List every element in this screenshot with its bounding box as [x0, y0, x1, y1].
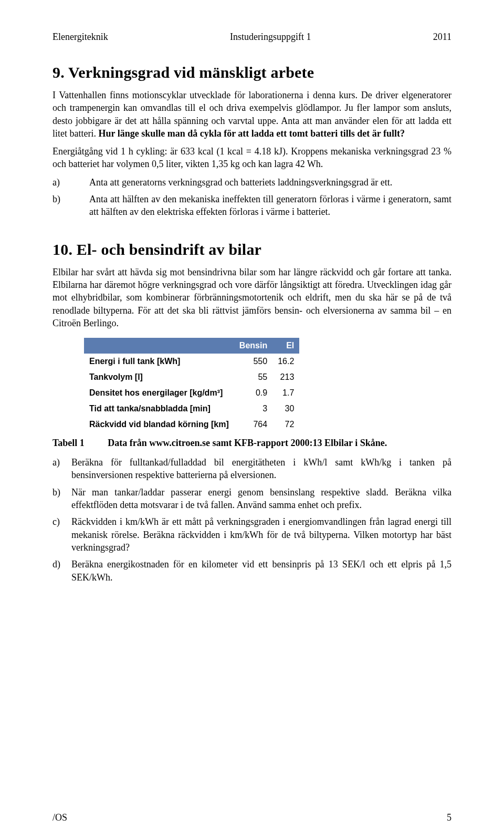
list-item-marker: a)	[52, 456, 71, 482]
footer-left: /OS	[52, 812, 67, 823]
header-center: Instuderingsuppgift 1	[230, 32, 311, 43]
footer-page-number: 5	[447, 812, 452, 823]
data-table-wrap: Bensin El Energi i full tank [kWh] 550 1…	[84, 338, 452, 432]
table-cell: 0.9	[234, 385, 272, 401]
list-item-marker: c)	[52, 515, 71, 554]
table-cell: 3	[234, 401, 272, 417]
page-header: Elenergiteknik Instuderingsuppgift 1 201…	[52, 32, 452, 43]
section-9-p1-question: Hur länge skulle man då cykla för att la…	[98, 128, 404, 139]
table-row: Densitet hos energilager [kg/dm³] 0.9 1.…	[84, 385, 299, 401]
section-10-list: a) Beräkna för fulltankad/fulladdad bil …	[52, 456, 452, 584]
list-item: b) När man tankar/laddar passerar energi…	[52, 486, 452, 512]
section-10-paragraph-1: Elbilar har svårt att hävda sig mot bens…	[52, 266, 452, 329]
page: Elenergiteknik Instuderingsuppgift 1 201…	[0, 0, 504, 839]
table-header-bensin: Bensin	[234, 338, 272, 354]
list-item: a) Anta att generatorns verkningsgrad oc…	[52, 176, 452, 189]
header-left: Elenergiteknik	[52, 32, 108, 43]
list-item-marker: b)	[52, 486, 71, 512]
list-item: b) Anta att hälften av den mekaniska ine…	[52, 193, 452, 219]
list-item-marker: d)	[52, 558, 71, 584]
list-item-marker: b)	[52, 193, 89, 219]
table-row-label: Tid att tanka/snabbladda [min]	[84, 401, 234, 417]
header-right: 2011	[433, 32, 452, 43]
table-cell: 213	[272, 369, 299, 385]
section-9-list: a) Anta att generatorns verkningsgrad oc…	[52, 176, 452, 219]
table-cell: 72	[272, 417, 299, 432]
section-10-title: 10. El- och bensindrift av bilar	[52, 241, 452, 258]
table-row: Räckvidd vid blandad körning [km] 764 72	[84, 417, 299, 432]
data-table: Bensin El Energi i full tank [kWh] 550 1…	[84, 338, 299, 432]
list-item-marker: a)	[52, 176, 89, 189]
table-row: Tankvolym [l] 55 213	[84, 369, 299, 385]
list-item-text: När man tankar/laddar passerar energi ge…	[71, 486, 452, 512]
list-item-text: Beräkna energikostnaden för en kilometer…	[71, 558, 452, 584]
table-row-label: Densitet hos energilager [kg/dm³]	[84, 385, 234, 401]
table-cell: 55	[234, 369, 272, 385]
table-header-el: El	[272, 338, 299, 354]
table-cell: 16.2	[272, 354, 299, 369]
section-9-paragraph-2: Energiåtgång vid 1 h cykling: är 633 kca…	[52, 145, 452, 171]
table-row: Tid att tanka/snabbladda [min] 3 30	[84, 401, 299, 417]
table-cell: 550	[234, 354, 272, 369]
table-cell: 1.7	[272, 385, 299, 401]
list-item: a) Beräkna för fulltankad/fulladdad bil …	[52, 456, 452, 482]
table-cell: 764	[234, 417, 272, 432]
list-item-text: Beräkna för fulltankad/fulladdad bil ene…	[71, 456, 452, 482]
list-item-text: Anta att generatorns verkningsgrad och b…	[89, 176, 452, 189]
section-9-title: 9. Verkningsgrad vid mänskligt arbete	[52, 64, 452, 81]
table-cell: 30	[272, 401, 299, 417]
list-item-text: Anta att hälften av den mekaniska ineffe…	[89, 193, 452, 219]
table-header-blank	[84, 338, 234, 354]
list-item: d) Beräkna energikostnaden för en kilome…	[52, 558, 452, 584]
table-row-label: Tankvolym [l]	[84, 369, 234, 385]
page-footer: /OS 5	[52, 812, 452, 823]
table-header-row: Bensin El	[84, 338, 299, 354]
list-item: c) Räckvidden i km/kWh är ett mått på ve…	[52, 515, 452, 554]
table-row-label: Energi i full tank [kWh]	[84, 354, 234, 369]
table-caption: Tabell 1 Data från www.citroen.se samt K…	[52, 438, 452, 449]
section-9-paragraph-1: I Vattenhallen finns motionscyklar utvec…	[52, 89, 452, 140]
table-row-label: Räckvidd vid blandad körning [km]	[84, 417, 234, 432]
table-row: Energi i full tank [kWh] 550 16.2	[84, 354, 299, 369]
table-caption-label: Tabell 1	[52, 438, 85, 448]
list-item-text: Räckvidden i km/kWh är ett mått på verkn…	[71, 515, 452, 554]
table-caption-text: Data från www.citroen.se samt KFB-rappor…	[108, 438, 387, 448]
